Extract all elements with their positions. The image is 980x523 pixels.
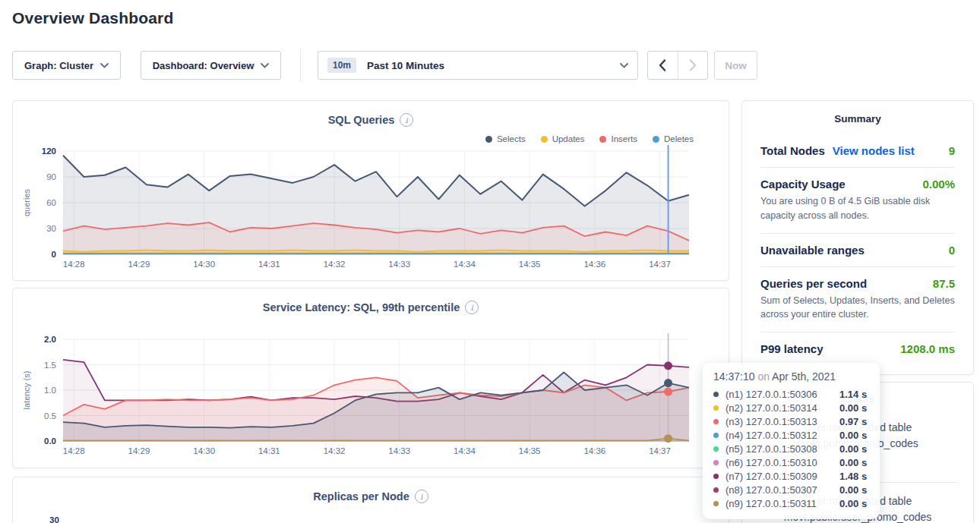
node-color-dot-icon [713, 501, 719, 506]
summary-row-qps: Queries per second 87.5 Sum of Selects, … [760, 266, 955, 332]
svg-text:14:33: 14:33 [388, 446, 410, 455]
svg-text:14:34: 14:34 [454, 446, 476, 455]
svg-text:0.0: 0.0 [44, 436, 56, 446]
svg-text:14:28: 14:28 [63, 260, 85, 269]
sql-queries-chart[interactable]: 14:2814:2914:3014:3114:3214:3314:3414:35… [13, 101, 730, 282]
graph-dropdown[interactable]: Graph: Cluster [12, 51, 121, 80]
node-color-dot-icon [713, 460, 719, 465]
svg-text:14:28: 14:28 [63, 446, 85, 455]
time-prev-button[interactable] [648, 52, 678, 79]
total-nodes-label: Total Nodes [760, 144, 825, 157]
node-color-dot-icon [713, 405, 719, 411]
p99-latency-label: P99 latency [760, 342, 824, 355]
node-color-dot-icon [713, 487, 719, 493]
chevron-down-icon [620, 63, 628, 68]
node-latency-value: 0.00 s [839, 430, 867, 441]
time-range-label: Past 10 Minutes [367, 60, 444, 71]
node-address: (n8) 127.0.0.1:50307 [726, 484, 839, 496]
tooltip-timestamp: 14:37:10 on Apr 5th, 2021 [713, 370, 869, 383]
node-latency-value: 0.00 s [839, 443, 867, 455]
summary-panel: Summary Total Nodes View nodes list 9 Ca… [741, 100, 974, 375]
info-icon[interactable]: i [415, 490, 428, 503]
svg-text:14:30: 14:30 [193, 446, 215, 455]
overview-dashboard-page: Overview Dashboard Graph: Cluster Dashbo… [0, 0, 980, 523]
graph-dropdown-label: Graph: Cluster [24, 60, 93, 71]
capacity-usage-description: You are using 0 B of 4.5 GiB usable disk… [760, 194, 955, 223]
svg-text:14:32: 14:32 [324, 446, 346, 455]
svg-text:14:35: 14:35 [519, 260, 541, 269]
now-button[interactable]: Now [714, 51, 757, 80]
node-latency-value: 0.00 s [839, 498, 867, 509]
tooltip-row: (n3) 127.0.0.1:503130.97 s [713, 414, 869, 428]
p99-latency-value: 1208.0 ms [900, 342, 955, 355]
svg-text:0: 0 [52, 250, 56, 259]
node-address: (n6) 127.0.0.1:50310 [726, 457, 839, 468]
page-title: Overview Dashboard [12, 9, 174, 27]
unavailable-ranges-value: 0 [949, 244, 955, 257]
svg-text:14:36: 14:36 [583, 260, 605, 269]
summary-heading: Summary [760, 101, 955, 134]
tooltip-row: (n5) 127.0.0.1:503080.00 s [713, 442, 869, 455]
qps-description: Sum of Selects, Updates, Inserts, and De… [760, 294, 955, 323]
dashboard-dropdown[interactable]: Dashboard: Overview [141, 51, 281, 80]
qps-value: 87.5 [933, 277, 955, 290]
summary-row-capacity: Capacity Usage 0.00% You are using 0 B o… [760, 167, 955, 233]
node-latency-value: 0.97 s [839, 416, 867, 427]
time-range-badge: 10m [327, 58, 356, 73]
svg-text:14:36: 14:36 [583, 446, 605, 455]
tooltip-row: (n7) 127.0.0.1:503091.48 s [713, 469, 869, 483]
svg-text:0.5: 0.5 [44, 411, 56, 421]
svg-text:14:29: 14:29 [128, 446, 150, 455]
total-nodes-value: 9 [949, 144, 955, 157]
svg-text:14:35: 14:35 [519, 446, 541, 455]
time-next-button[interactable] [678, 52, 708, 79]
node-latency-value: 0.00 s [839, 402, 867, 414]
svg-text:14:33: 14:33 [388, 260, 410, 269]
node-color-dot-icon [713, 392, 719, 397]
svg-text:14:30: 14:30 [193, 260, 215, 269]
svg-text:14:37: 14:37 [649, 260, 671, 269]
node-color-dot-icon [713, 446, 719, 452]
node-latency-value: 0.00 s [839, 457, 867, 468]
time-range-selector[interactable]: 10m Past 10 Minutes [318, 51, 638, 80]
node-address: (n7) 127.0.0.1:50309 [726, 471, 839, 482]
capacity-usage-value: 0.00% [922, 178, 955, 191]
svg-text:90: 90 [46, 172, 56, 181]
service-latency-card: Service Latency: SQL, 99th percentile i … [12, 288, 729, 468]
summary-row-p99: P99 latency 1208.0 ms [760, 332, 955, 365]
node-address: (n9) 127.0.0.1:50311 [726, 498, 839, 509]
svg-text:14:37: 14:37 [649, 446, 671, 455]
svg-text:1.5: 1.5 [44, 361, 56, 370]
summary-row-unavailable-ranges: Unavailable ranges 0 [760, 233, 955, 266]
tooltip-row: (n2) 127.0.0.1:503140.00 s [713, 401, 869, 414]
node-latency-value: 0.00 s [839, 484, 867, 496]
node-color-dot-icon [713, 433, 719, 438]
tooltip-row: (n9) 127.0.0.1:503110.00 s [713, 496, 869, 510]
y-axis-tick: 30 [49, 515, 59, 523]
node-color-dot-icon [713, 419, 719, 424]
node-address: (n5) 127.0.0.1:50308 [726, 443, 839, 455]
svg-text:14:29: 14:29 [128, 260, 150, 269]
chevron-right-icon [689, 59, 697, 71]
node-latency-value: 1.48 s [839, 471, 867, 482]
tooltip-rows: (n1) 127.0.0.1:503061.14 s(n2) 127.0.0.1… [713, 387, 869, 510]
svg-text:30: 30 [46, 224, 56, 233]
replicas-per-node-title: Replicas per Node i [13, 490, 729, 503]
controls-divider [300, 49, 301, 82]
node-address: (n1) 127.0.0.1:50306 [726, 389, 839, 400]
chevron-down-icon [100, 63, 109, 68]
service-latency-chart[interactable]: 14:2814:2914:3014:3114:3214:3314:3414:35… [13, 288, 730, 469]
chevron-left-icon [659, 59, 666, 71]
tooltip-row: (n6) 127.0.0.1:503100.00 s [713, 455, 869, 469]
tooltip-row: (n8) 127.0.0.1:503070.00 s [713, 483, 869, 496]
chevron-down-icon [261, 63, 269, 68]
view-nodes-list-link[interactable]: View nodes list [833, 144, 915, 157]
svg-text:120: 120 [42, 147, 56, 156]
svg-text:14:32: 14:32 [324, 260, 346, 269]
qps-label: Queries per second [760, 277, 867, 290]
time-step-buttons [647, 51, 708, 80]
capacity-usage-label: Capacity Usage [760, 178, 846, 191]
node-address: (n4) 127.0.0.1:50312 [726, 430, 839, 441]
chart-tooltip: 14:37:10 on Apr 5th, 2021 (n1) 127.0.0.1… [703, 363, 880, 519]
svg-text:latency (s): latency (s) [22, 371, 31, 410]
